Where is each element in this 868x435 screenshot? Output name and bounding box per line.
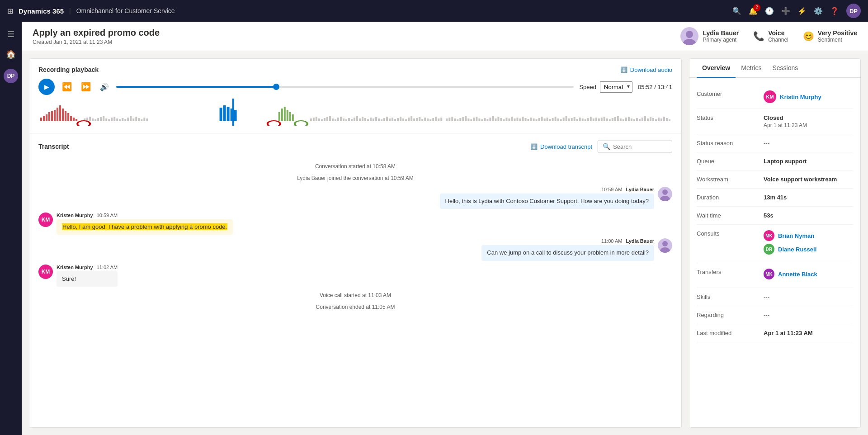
message-row: Lydia Bauer 11:00 AM Can we jump on a ca… — [38, 238, 672, 260]
progress-bar[interactable] — [116, 86, 574, 88]
message-meta: Lydia Bauer 10:59 AM — [601, 187, 654, 192]
progress-container[interactable] — [116, 86, 574, 88]
system-message: Voice call started at 11:03 AM — [38, 292, 672, 298]
download-audio-link[interactable]: ⬇️ Download audio — [620, 66, 672, 73]
consult-name[interactable]: Brian Nyman — [778, 232, 814, 239]
clock-icon[interactable]: 🕐 — [765, 7, 774, 15]
svg-rect-122 — [503, 119, 505, 121]
transcript-header: Transcript ⬇️ Download transcript 🔍 — [38, 141, 672, 152]
svg-rect-80 — [386, 117, 388, 121]
svg-rect-23 — [100, 117, 102, 121]
sentiment-label: Very Positive — [818, 29, 857, 37]
svg-rect-155 — [593, 118, 594, 121]
svg-rect-154 — [590, 117, 592, 121]
svg-rect-40 — [146, 118, 148, 121]
svg-rect-54 — [316, 117, 317, 121]
tab-metrics[interactable]: Metrics — [736, 59, 767, 78]
forward-button[interactable]: ⏩ — [79, 80, 93, 94]
svg-rect-137 — [544, 118, 546, 121]
svg-rect-46 — [278, 112, 280, 121]
speed-select[interactable]: 0.5x 0.75x Normal 1.25x 1.5x 2x — [600, 81, 632, 93]
svg-rect-49 — [287, 110, 288, 121]
download-transcript-link[interactable]: ⬇️ Download transcript — [530, 143, 592, 150]
play-button[interactable]: ▶ — [38, 79, 55, 95]
wait-time-value: 53s — [764, 212, 853, 219]
progress-thumb[interactable] — [273, 84, 279, 90]
svg-point-192 — [662, 241, 668, 246]
svg-rect-164 — [617, 116, 619, 121]
svg-rect-174 — [644, 116, 646, 121]
svg-rect-59 — [329, 116, 331, 121]
svg-rect-43 — [227, 107, 230, 121]
svg-rect-25 — [105, 118, 107, 121]
sentiment-info-block: 😊 Very Positive Sentiment — [803, 29, 857, 43]
message-content: Kristen Murphy 11:02 AM Sure! — [57, 265, 118, 287]
time-display: 05:52 / 13:41 — [638, 84, 672, 90]
svg-point-189 — [662, 189, 668, 195]
grid-icon[interactable]: ⊞ — [7, 7, 13, 15]
rewind-button[interactable]: ⏪ — [60, 80, 74, 94]
search-input[interactable] — [613, 143, 667, 150]
search-icon[interactable]: 🔍 — [732, 7, 741, 15]
svg-rect-158 — [601, 118, 603, 121]
svg-rect-175 — [647, 118, 649, 121]
time-total: 13:41 — [657, 84, 672, 90]
notification-icon[interactable]: 🔔 2 — [749, 7, 758, 15]
settings-icon[interactable]: ⚙️ — [814, 7, 823, 15]
speed-control: Speed 0.5x 0.75x Normal 1.25x 1.5x 2x — [579, 81, 632, 93]
add-icon[interactable]: ➕ — [781, 7, 790, 15]
svg-rect-87 — [405, 119, 407, 121]
svg-rect-125 — [511, 117, 513, 121]
topnav: ⊞ Dynamics 365 | Omnichannel for Custome… — [0, 0, 868, 22]
svg-point-187 — [295, 121, 307, 126]
sidebar-home-icon[interactable]: 🏠 — [2, 45, 20, 63]
svg-rect-135 — [538, 118, 540, 121]
detail-label: Customer — [697, 90, 760, 97]
svg-rect-70 — [359, 118, 361, 121]
svg-rect-94 — [424, 118, 426, 121]
channel-label: Voice — [768, 29, 788, 37]
sidebar-menu-icon[interactable]: ☰ — [2, 25, 20, 43]
tab-sessions[interactable]: Sessions — [767, 59, 803, 78]
duration-value: 13m 41s — [764, 194, 853, 201]
svg-rect-64 — [343, 118, 344, 121]
svg-rect-114 — [481, 119, 483, 121]
page-header-right: Lydia Bauer Primary agent 📞 Voice Channe… — [680, 27, 858, 45]
consults-list: MK Brian Nyman DR Diane Russell — [764, 230, 853, 257]
message-bubble: Hello, this is Lydia with Contoso Custom… — [440, 194, 654, 209]
user-avatar[interactable]: DP — [846, 4, 861, 18]
svg-rect-68 — [354, 118, 355, 121]
consult-name[interactable]: Diane Russell — [778, 246, 816, 253]
message-bubble: Hello, I am good. I have a problem with … — [57, 219, 233, 235]
volume-button[interactable]: 🔊 — [98, 81, 111, 93]
message-time: 11:02 AM — [97, 265, 118, 270]
svg-rect-22 — [97, 118, 99, 121]
transfer-name[interactable]: Annette Black — [778, 271, 817, 278]
svg-rect-136 — [541, 117, 543, 121]
transfer-person: MK Annette Black — [764, 269, 853, 279]
content-area: Recording playback ⬇️ Download audio ▶ ⏪… — [22, 51, 868, 435]
transcript-actions: ⬇️ Download transcript 🔍 — [530, 141, 672, 152]
svg-rect-39 — [143, 118, 145, 121]
sidebar: ☰ 🏠 DP — [0, 22, 22, 435]
transcript-search-box[interactable]: 🔍 — [598, 141, 672, 152]
svg-point-185 — [77, 121, 90, 126]
svg-rect-181 — [663, 117, 665, 121]
waveform-container[interactable] — [38, 99, 672, 126]
customer-name-link[interactable]: Kristin Murphy — [780, 94, 821, 100]
tab-overview[interactable]: Overview — [697, 59, 736, 78]
sidebar-user-avatar[interactable]: DP — [4, 69, 18, 83]
detail-row-status: Status Closed Apr 1 at 11:23 AM — [697, 109, 853, 134]
channel-text: Voice Channel — [768, 29, 788, 43]
svg-rect-147 — [571, 118, 573, 121]
svg-rect-123 — [505, 118, 507, 121]
svg-rect-4 — [43, 116, 45, 121]
detail-label: Consults — [697, 230, 760, 237]
playback-header: Recording playback ⬇️ Download audio — [38, 66, 672, 73]
help-icon[interactable]: ❓ — [830, 7, 839, 15]
svg-rect-133 — [533, 118, 535, 121]
highlighted-text: Hello, I am good. I have a problem with … — [62, 223, 227, 230]
regarding-value: --- — [764, 312, 853, 318]
filter-icon[interactable]: ⚡ — [797, 7, 807, 15]
detail-label: Workstream — [697, 176, 760, 183]
